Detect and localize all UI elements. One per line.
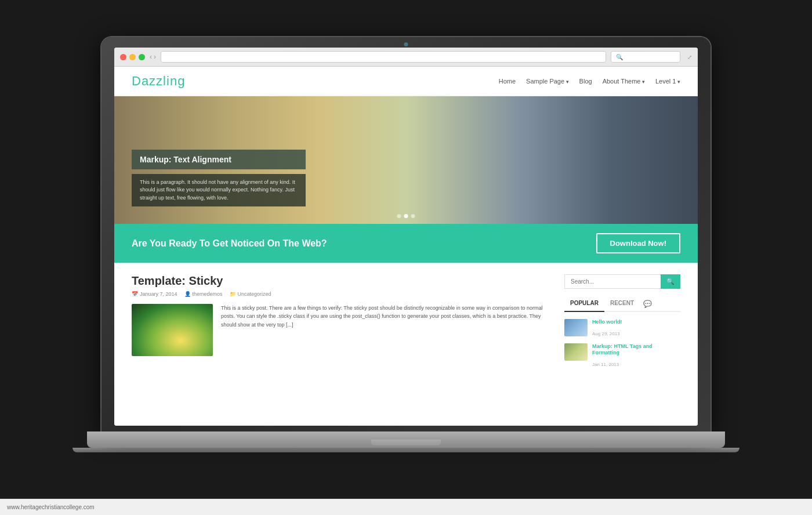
traffic-lights [120,54,145,60]
camera-dot [404,42,408,46]
hero-title: Markup: Text Alignment [140,155,231,164]
post-author: themedemos [193,291,223,297]
search-button[interactable]: 🔍 [661,274,680,289]
hero-slider: Markup: Text Alignment This is a paragra… [114,96,698,224]
close-button[interactable] [120,54,126,60]
post-date-icon: 📅 January 7, 2014 [132,291,177,297]
posts-area: Template: Sticky 📅 January 7, 2014 👤 the… [132,274,550,374]
sidebar-post-1-info: Hello world! Aug 29, 2013 [592,319,622,338]
download-now-button[interactable]: Download Now! [596,233,681,253]
sidebar-post-2: Markup: HTML Tags and Formatting Jan 11,… [564,343,680,368]
laptop-notch [371,440,441,445]
back-arrow[interactable]: ‹ [150,53,152,61]
minimize-button[interactable] [129,54,136,60]
laptop-foot [72,448,740,452]
sidebar: 🔍 POPULAR RECENT 💬 Hello world! Aug 29, [564,274,680,374]
sidebar-thumb-1 [564,319,588,336]
hero-desc-box: This is a paragraph. It should not have … [132,174,306,207]
fullscreen-icon[interactable]: ⤢ [687,54,692,60]
slider-dot-2[interactable] [404,214,408,218]
sidebar-post-1-date: Aug 29, 2013 [592,331,620,336]
main-content: Template: Sticky 📅 January 7, 2014 👤 the… [114,263,698,386]
tab-recent[interactable]: RECENT [604,297,640,311]
tab-comments-icon[interactable]: 💬 [640,297,655,311]
website-content: Dazzling Home Sample Page Blog About The… [114,67,698,426]
sidebar-post-1: Hello world! Aug 29, 2013 [564,319,680,338]
site-logo[interactable]: Dazzling [132,74,185,89]
browser-search-icon: 🔍 [616,54,623,60]
maximize-button[interactable] [139,54,145,60]
nav-about-theme[interactable]: About Theme [603,78,645,85]
sidebar-post-2-date: Jan 11, 2013 [592,362,619,367]
post-thumbnail [132,304,213,356]
hero-title-box: Markup: Text Alignment [132,150,306,169]
screen-bezel: ‹ › 🔍 ⤢ Dazzling Home Sample P [102,37,710,431]
slider-dot-3[interactable] [411,214,415,218]
site-header: Dazzling Home Sample Page Blog About The… [114,67,698,96]
sidebar-tabs: POPULAR RECENT 💬 [564,297,680,312]
nav-blog[interactable]: Blog [579,78,592,85]
nav-home[interactable]: Home [499,78,516,85]
search-widget: 🔍 [564,274,680,289]
post-title: Template: Sticky [132,274,550,288]
hero-description: This is a paragraph. It should not have … [140,179,298,202]
post-date: January 7, 2014 [140,291,177,297]
sidebar-post-2-title[interactable]: Markup: HTML Tags and Formatting [592,343,680,357]
sidebar-thumb-2 [564,343,588,361]
hero-overlay: Markup: Text Alignment This is a paragra… [132,150,306,207]
cta-banner: Are You Ready To Get Noticed On The Web?… [114,224,698,263]
nav-level1[interactable]: Level 1 [655,78,680,85]
post-thumbnail-image [132,304,213,356]
post-body: This is a sticky post. There are a few t… [132,304,550,356]
browser-chrome: ‹ › 🔍 ⤢ [114,48,698,67]
bottom-url: www.heritagechristiancollege.com [7,504,95,510]
post-category-icon: 📁 Uncategorized [230,291,271,297]
cta-text: Are You Ready To Get Noticed On The Web? [132,238,327,249]
sidebar-post-1-title[interactable]: Hello world! [592,319,622,326]
url-bar[interactable] [161,51,606,63]
bottom-bar: www.heritagechristiancollege.com [0,499,812,515]
post-content: This is a sticky post. There are a few t… [221,304,550,356]
slider-dot-1[interactable] [397,214,401,218]
site-nav: Home Sample Page Blog About Theme Level … [499,78,680,85]
screen-inner: ‹ › 🔍 ⤢ Dazzling Home Sample P [114,48,698,426]
laptop-base [87,431,725,448]
nav-sample-page[interactable]: Sample Page [526,78,569,85]
post-author-icon: 👤 themedemos [184,291,223,297]
nav-arrows: ‹ › [150,53,156,61]
laptop-container: ‹ › 🔍 ⤢ Dazzling Home Sample P [102,37,710,478]
forward-arrow[interactable]: › [154,53,156,61]
slider-dots [397,214,415,218]
browser-search[interactable]: 🔍 [611,51,680,63]
search-input[interactable] [564,274,661,289]
tab-popular[interactable]: POPULAR [564,297,604,312]
post-meta: 📅 January 7, 2014 👤 themedemos 📁 Uncateg… [132,291,550,297]
sidebar-post-2-info: Markup: HTML Tags and Formatting Jan 11,… [592,343,680,368]
post-category: Uncategorized [238,291,271,297]
